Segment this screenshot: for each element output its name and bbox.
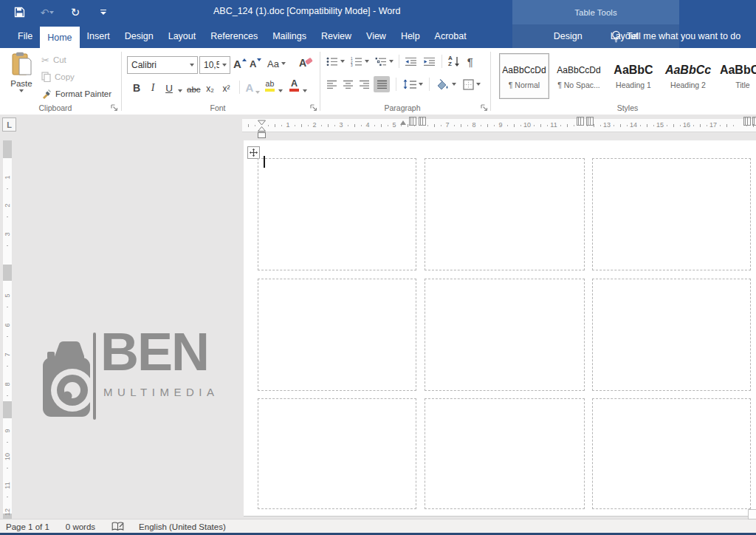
table-column-marker-icon[interactable] (752, 117, 756, 126)
tab-stop-selector[interactable]: L (2, 117, 16, 132)
strikethrough-button[interactable]: abc (185, 76, 202, 96)
superscript-button[interactable]: x² (219, 76, 235, 96)
logo-title: BEN (100, 322, 208, 381)
right-indent-marker-icon[interactable] (400, 120, 406, 125)
style--no-spac-[interactable]: AaBbCcDd¶ No Spac... (554, 53, 604, 99)
highlight-color-button[interactable]: ab (261, 77, 278, 96)
ruler-number: 6 (4, 321, 11, 330)
save-icon[interactable] (12, 4, 27, 21)
show-paragraph-marks-button[interactable]: ¶ (467, 55, 473, 68)
multilevel-list-button[interactable] (375, 57, 394, 67)
logo-divider (93, 333, 96, 420)
borders-button[interactable] (463, 79, 481, 90)
table-cell-r3c3[interactable] (592, 398, 751, 509)
ruler-tick (520, 125, 521, 126)
paste-dropdown-arrow[interactable] (19, 89, 24, 92)
table-move-handle[interactable] (247, 146, 260, 159)
redo-icon[interactable]: ↻ (68, 4, 83, 21)
align-left-button[interactable] (326, 80, 337, 89)
horizontal-ruler[interactable]: 1234578910111314151617 (242, 119, 756, 132)
table-column-marker-icon[interactable] (586, 117, 594, 126)
tab-review[interactable]: Review (314, 24, 359, 48)
ruler-tick (7, 468, 8, 468)
ruler-tick (620, 124, 621, 127)
font-color-button[interactable]: A (286, 77, 302, 96)
table-column-marker-icon[interactable] (419, 117, 426, 126)
tab-view[interactable]: View (359, 24, 394, 48)
align-right-button[interactable] (359, 80, 370, 89)
clear-formatting-button[interactable]: A (299, 55, 313, 71)
style-heading-2[interactable]: AaBbCcHeading 2 (663, 53, 713, 99)
grow-font-button[interactable]: A (233, 55, 247, 72)
highlight-dropdown-arrow[interactable] (278, 89, 283, 92)
style-heading-1[interactable]: AaBbCHeading 1 (608, 53, 659, 99)
shrink-font-button[interactable]: A (250, 55, 261, 72)
tab-insert[interactable]: Insert (80, 24, 117, 48)
justify-button[interactable] (374, 76, 390, 92)
table-column-marker-icon[interactable] (409, 117, 416, 126)
customize-quick-access-icon[interactable] (96, 4, 111, 21)
style-title[interactable]: AaBbCcTitle (718, 53, 756, 99)
ruler-tick (361, 125, 362, 126)
ruler-number: 3 (337, 121, 346, 129)
tab-help[interactable]: Help (394, 24, 427, 48)
quick-access-toolbar: ↶ ↻ (12, 0, 111, 24)
tab-references[interactable]: References (203, 24, 265, 48)
table-cell-r3c1[interactable] (258, 398, 416, 509)
format-painter-button[interactable]: Format Painter (41, 86, 111, 101)
text-effects-button[interactable]: A (244, 76, 262, 96)
sort-button[interactable]: AZ (448, 55, 460, 67)
indent-markers-icon[interactable] (257, 120, 267, 139)
decrease-indent-button[interactable] (405, 57, 417, 67)
font-name-combo[interactable]: Calibri (127, 56, 198, 74)
underline-button[interactable]: U (161, 76, 177, 96)
table-cell-r2c3[interactable] (592, 279, 751, 391)
numbering-button[interactable]: 123 (351, 57, 369, 67)
style--normal[interactable]: AaBbCcDd¶ Normal (499, 53, 549, 99)
tab-mailings[interactable]: Mailings (265, 24, 314, 48)
table-cell-r1c1[interactable] (258, 158, 416, 270)
svg-text:3: 3 (351, 64, 353, 67)
shading-button[interactable] (436, 79, 456, 90)
tab-home[interactable]: Home (40, 27, 79, 48)
align-center-button[interactable] (343, 80, 354, 89)
table-cell-r1c2[interactable] (425, 158, 585, 270)
language-indicator[interactable]: English (United States) (139, 522, 226, 531)
change-case-button[interactable]: Aa (267, 55, 286, 72)
table-tools-tab-design[interactable]: Design (551, 24, 585, 48)
camera-icon (41, 334, 94, 420)
paragraph-dialog-launcher-icon[interactable] (481, 104, 488, 112)
document-page[interactable] (244, 140, 756, 517)
table-cell-r2c1[interactable] (258, 279, 416, 391)
table-cell-r2c2[interactable] (425, 279, 585, 391)
ruler-tick (321, 125, 322, 126)
tab-file[interactable]: File (10, 24, 40, 48)
line-spacing-button[interactable] (402, 79, 423, 89)
tab-layout[interactable]: Layout (161, 24, 204, 48)
tab-acrobat[interactable]: Acrobat (427, 24, 474, 48)
font-dialog-launcher-icon[interactable] (310, 104, 317, 112)
font-color-dropdown-arrow[interactable] (303, 89, 307, 92)
ruler-number: 5 (390, 121, 399, 129)
increase-indent-button[interactable] (423, 57, 436, 67)
underline-dropdown-arrow[interactable] (178, 89, 182, 92)
table-cell-r3c2[interactable] (425, 398, 585, 509)
vertical-ruler[interactable]: 12356789101112 (3, 140, 12, 519)
ruler-number: 3 (4, 230, 11, 239)
bullets-button[interactable] (326, 57, 345, 67)
word-count[interactable]: 0 words (66, 522, 95, 531)
table-column-marker-icon[interactable] (743, 117, 751, 126)
proofing-icon[interactable] (111, 522, 124, 531)
ruler-tick (547, 125, 548, 126)
paste-button[interactable]: Paste (6, 52, 37, 108)
table-cell-r1c3[interactable] (592, 158, 751, 270)
subscript-button[interactable]: x₂ (202, 76, 219, 96)
bold-button[interactable]: B (128, 76, 145, 96)
page-indicator[interactable]: Page 1 of 1 (6, 522, 49, 531)
clipboard-dialog-launcher-icon[interactable] (111, 104, 118, 112)
italic-button[interactable]: I (145, 76, 161, 96)
tell-me-box[interactable]: Tell me what you want to do (611, 24, 740, 48)
table-column-marker-icon[interactable] (577, 117, 584, 126)
tab-design[interactable]: Design (117, 24, 161, 48)
font-size-combo[interactable]: 10,5 (199, 56, 230, 74)
